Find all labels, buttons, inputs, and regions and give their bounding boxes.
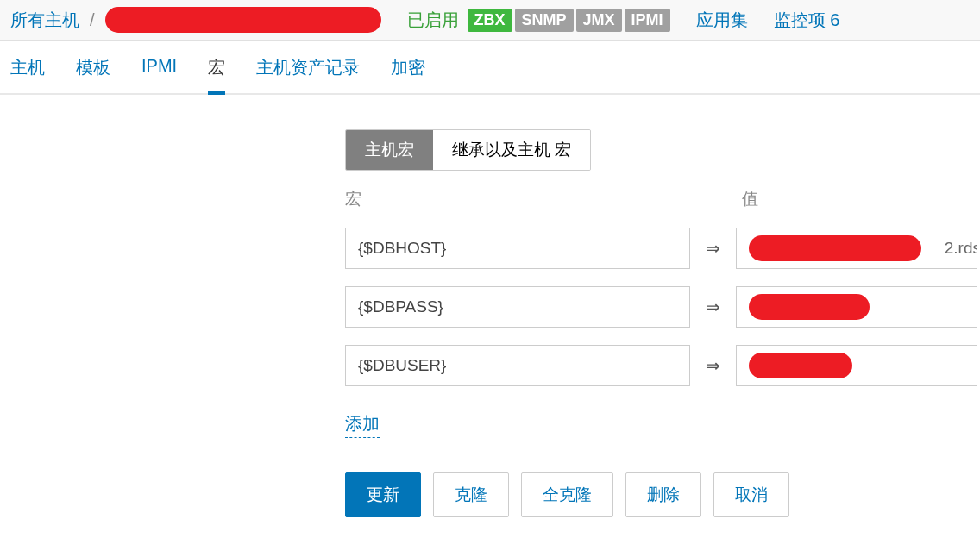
badge-ipmi: IPMI bbox=[625, 9, 670, 32]
macro-row: ⇒ 2.rds bbox=[345, 228, 980, 269]
badge-jmx: JMX bbox=[576, 9, 622, 32]
macro-value-input[interactable] bbox=[736, 286, 977, 328]
link-items[interactable]: 监控项 6 bbox=[774, 9, 840, 32]
value-suffix: 2.rds bbox=[945, 239, 977, 258]
badge-zbx: ZBX bbox=[468, 9, 512, 32]
breadcrumb-separator: / bbox=[90, 10, 95, 30]
tab-host[interactable]: 主机 bbox=[10, 56, 45, 95]
macro-row: ⇒ bbox=[345, 345, 980, 386]
arrow-icon: ⇒ bbox=[706, 355, 720, 376]
tab-macros[interactable]: 宏 bbox=[208, 56, 225, 95]
value-redacted bbox=[749, 294, 870, 320]
action-buttons: 更新 克隆 全克隆 删除 取消 bbox=[345, 472, 980, 517]
arrow-icon: ⇒ bbox=[706, 238, 720, 259]
content-area: 主机宏 继承以及主机 宏 宏 值 ⇒ 2.rds ⇒ ⇒ 添加 更新 克隆 全克… bbox=[0, 95, 980, 517]
delete-button[interactable]: 删除 bbox=[625, 472, 701, 517]
macro-name-input[interactable] bbox=[345, 286, 690, 328]
status-enabled: 已启用 bbox=[407, 9, 459, 32]
cancel-button[interactable]: 取消 bbox=[713, 472, 789, 517]
macro-name-input[interactable] bbox=[345, 228, 690, 269]
full-clone-button[interactable]: 全克隆 bbox=[521, 472, 613, 517]
badge-snmp: SNMP bbox=[515, 9, 574, 32]
add-macro-link[interactable]: 添加 bbox=[345, 412, 380, 438]
header-value: 值 bbox=[742, 188, 758, 210]
macro-value-input[interactable]: 2.rds bbox=[736, 228, 977, 269]
tab-encryption[interactable]: 加密 bbox=[391, 56, 425, 95]
breadcrumb-bar: 所有主机 / 已启用 ZBX SNMP JMX IPMI 应用集 监控项 6 bbox=[0, 0, 980, 41]
header-macro: 宏 bbox=[345, 188, 690, 210]
toggle-inherited-macros[interactable]: 继承以及主机 宏 bbox=[433, 130, 590, 170]
macro-name-input[interactable] bbox=[345, 345, 690, 386]
tab-templates[interactable]: 模板 bbox=[76, 56, 110, 95]
clone-button[interactable]: 克隆 bbox=[433, 472, 509, 517]
breadcrumb-all-hosts[interactable]: 所有主机 bbox=[10, 9, 79, 32]
breadcrumb-hostname-redacted bbox=[105, 7, 381, 33]
tabs: 主机 模板 IPMI 宏 主机资产记录 加密 bbox=[0, 41, 980, 95]
arrow-icon: ⇒ bbox=[706, 297, 720, 317]
macro-row: ⇒ bbox=[345, 286, 980, 328]
value-redacted bbox=[749, 235, 921, 261]
macro-value-input[interactable] bbox=[736, 345, 977, 386]
tab-ipmi[interactable]: IPMI bbox=[141, 56, 177, 95]
monitor-badges: ZBX SNMP JMX IPMI bbox=[468, 9, 670, 32]
link-applications[interactable]: 应用集 bbox=[696, 9, 748, 32]
toggle-host-macros[interactable]: 主机宏 bbox=[346, 130, 433, 170]
tab-inventory[interactable]: 主机资产记录 bbox=[256, 56, 360, 95]
value-redacted bbox=[749, 353, 852, 378]
macro-scope-toggle: 主机宏 继承以及主机 宏 bbox=[345, 129, 591, 171]
macro-table-headers: 宏 值 bbox=[345, 188, 980, 210]
update-button[interactable]: 更新 bbox=[345, 472, 421, 517]
